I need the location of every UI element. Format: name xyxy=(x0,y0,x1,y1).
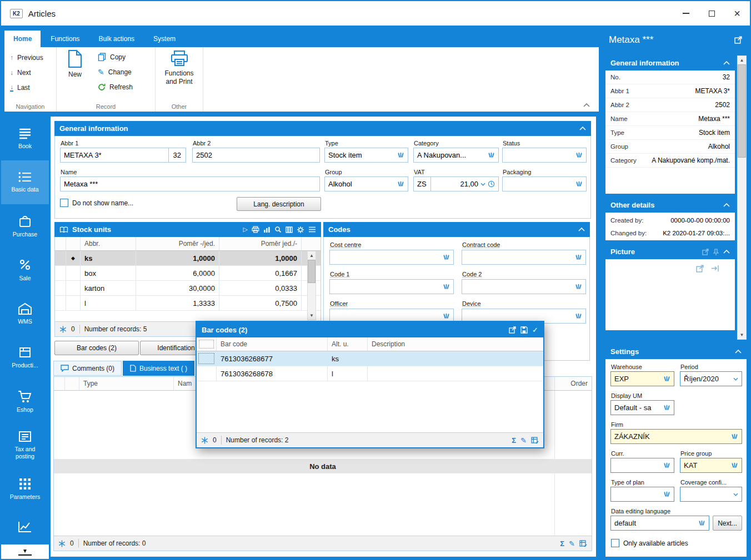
tab-home[interactable]: Home xyxy=(4,31,41,47)
column-header-order[interactable]: Order xyxy=(555,377,592,390)
price-group-field[interactable]: KAT xyxy=(680,458,742,473)
sidebar-item-sale[interactable]: Sale xyxy=(1,248,49,292)
currency-field[interactable] xyxy=(610,458,674,473)
lang-description-button[interactable]: Lang. description xyxy=(237,197,321,211)
minimize-button[interactable] xyxy=(673,1,699,26)
new-button[interactable]: New xyxy=(57,47,93,100)
sidebar-item-parameters[interactable]: Parameters xyxy=(1,467,49,511)
dropdown-fan-icon[interactable] xyxy=(575,152,583,159)
collapse-icon[interactable] xyxy=(579,127,586,130)
sum-button[interactable]: Σ xyxy=(560,539,564,548)
tab-functions[interactable]: Functions xyxy=(42,31,88,47)
popout-icon[interactable] xyxy=(734,36,742,44)
collapse-icon[interactable] xyxy=(735,350,742,354)
table-row[interactable]: 7613036268678 l xyxy=(197,366,543,381)
column-header-ratio2[interactable]: Poměr jed./- xyxy=(219,237,302,250)
chevron-down-icon[interactable] xyxy=(480,183,485,186)
table-row[interactable]: ◆ ks 1,0000 1,0000 xyxy=(55,251,321,266)
search-icon[interactable] xyxy=(274,226,282,233)
save-icon[interactable] xyxy=(520,326,528,334)
filter-asterisk-icon[interactable] xyxy=(59,326,67,333)
abbr2-field[interactable]: 2502 xyxy=(192,148,320,163)
scrollbar-thumb[interactable] xyxy=(738,64,746,158)
column-header-description[interactable]: Description xyxy=(368,337,543,351)
clock-icon[interactable] xyxy=(488,180,495,188)
coverage-field[interactable] xyxy=(680,487,742,502)
code2-field[interactable] xyxy=(462,279,586,294)
popout-icon[interactable] xyxy=(509,326,516,334)
firm-field[interactable]: ZÁKAZNÍK xyxy=(610,429,742,444)
column-header-ratio1[interactable]: Poměr -/jed. xyxy=(136,237,219,250)
dropdown-fan-icon[interactable] xyxy=(443,284,450,290)
type-of-plan-field[interactable] xyxy=(610,487,674,502)
vat-field[interactable]: ZS 21,00 xyxy=(413,176,499,191)
sidebar-item-purchase[interactable]: Purchase xyxy=(1,204,49,248)
only-available-articles-checkbox[interactable] xyxy=(611,539,619,547)
ribbon-collapse-button[interactable] xyxy=(583,103,590,107)
dropdown-fan-icon[interactable] xyxy=(575,284,582,290)
data-editing-language-field[interactable]: default xyxy=(610,516,709,531)
stock-units-scrollbar[interactable]: ▲ ▼ xyxy=(307,251,316,320)
functions-and-print-button[interactable]: Functions and Print xyxy=(156,47,203,86)
table-row[interactable]: box 6,0000 0,1667 xyxy=(55,266,321,281)
status-field[interactable] xyxy=(502,148,587,163)
next-button[interactable]: ↓ Next xyxy=(6,65,55,80)
column-header-bar-code[interactable]: Bar code xyxy=(217,337,328,351)
sidebar-item-basic-data[interactable]: Basic data xyxy=(1,160,49,204)
copy-button[interactable]: Copy xyxy=(93,49,137,64)
tab-business-text[interactable]: Business text ( ) xyxy=(123,361,194,376)
type-field[interactable]: Stock item xyxy=(324,148,408,163)
print-icon[interactable] xyxy=(252,226,259,233)
column-header-type[interactable]: Type xyxy=(79,377,174,390)
dropdown-fan-icon[interactable] xyxy=(575,254,582,261)
edit-columns-button[interactable] xyxy=(531,437,539,444)
dropdown-fan-icon[interactable] xyxy=(698,520,705,527)
collapse-icon[interactable] xyxy=(723,203,730,207)
edit-button[interactable]: ✎ xyxy=(569,539,575,548)
packaging-field[interactable] xyxy=(502,176,587,191)
confirm-icon[interactable]: ✓ xyxy=(532,326,538,334)
table-row[interactable]: l 1,3333 0,7500 xyxy=(55,296,321,311)
dropdown-fan-icon[interactable] xyxy=(397,181,404,188)
tab-comments[interactable]: Comments (0) xyxy=(53,361,122,376)
cost-centre-field[interactable] xyxy=(329,250,454,265)
popout-icon[interactable] xyxy=(702,249,709,255)
sidebar-item-book[interactable]: Book xyxy=(1,117,49,160)
table-row[interactable]: 7613036268677 ks xyxy=(197,351,543,366)
scroll-more-button[interactable]: ▼ xyxy=(1,544,49,559)
dropdown-fan-icon[interactable] xyxy=(663,376,670,382)
group-field[interactable]: Alkohol xyxy=(324,176,408,191)
category-field[interactable]: A Nakupovan... xyxy=(413,148,499,163)
change-button[interactable]: ✎ Change xyxy=(93,64,137,79)
dropdown-fan-icon[interactable] xyxy=(443,254,450,261)
dropdown-fan-icon[interactable] xyxy=(663,405,670,411)
filter-asterisk-icon[interactable] xyxy=(58,540,66,547)
abbr1-field[interactable]: METAXA 3* 32 xyxy=(60,148,186,163)
maximize-button[interactable] xyxy=(699,1,724,26)
column-header-abbr[interactable]: Abbr. xyxy=(81,237,136,250)
close-button[interactable]: × xyxy=(724,1,750,26)
last-button[interactable]: ↓ Last xyxy=(6,80,55,95)
dropdown-fan-icon[interactable] xyxy=(488,152,495,159)
columns-icon[interactable]: <5 x="5"> xyxy=(286,226,293,233)
contract-code-field[interactable] xyxy=(462,250,586,265)
collapse-icon[interactable] xyxy=(578,228,585,231)
collapse-icon[interactable] xyxy=(723,250,730,254)
filter-asterisk-icon[interactable] xyxy=(201,437,208,444)
code1-field[interactable] xyxy=(329,279,454,294)
scroll-up-icon[interactable]: ▲ xyxy=(738,56,746,64)
refresh-button[interactable]: Refresh xyxy=(93,79,137,94)
tab-system[interactable]: System xyxy=(144,31,184,47)
collapse-icon[interactable] xyxy=(723,61,730,65)
menu-icon[interactable] xyxy=(308,226,316,233)
fit-picture-button[interactable] xyxy=(711,265,719,272)
name-field[interactable]: Metaxa *** xyxy=(60,176,320,191)
edit-button[interactable]: ✎ xyxy=(520,436,527,445)
do-not-show-name-checkbox[interactable] xyxy=(60,199,68,207)
sum-button[interactable]: Σ xyxy=(512,436,516,445)
right-panel-scrollbar[interactable]: ▲ ▼ xyxy=(737,56,747,340)
scroll-down-icon[interactable]: ▼ xyxy=(308,311,316,320)
chevron-down-icon[interactable] xyxy=(733,377,738,381)
execute-icon[interactable]: ▷ xyxy=(243,226,248,233)
table-row[interactable]: karton 30,0000 0,0333 xyxy=(55,281,321,296)
